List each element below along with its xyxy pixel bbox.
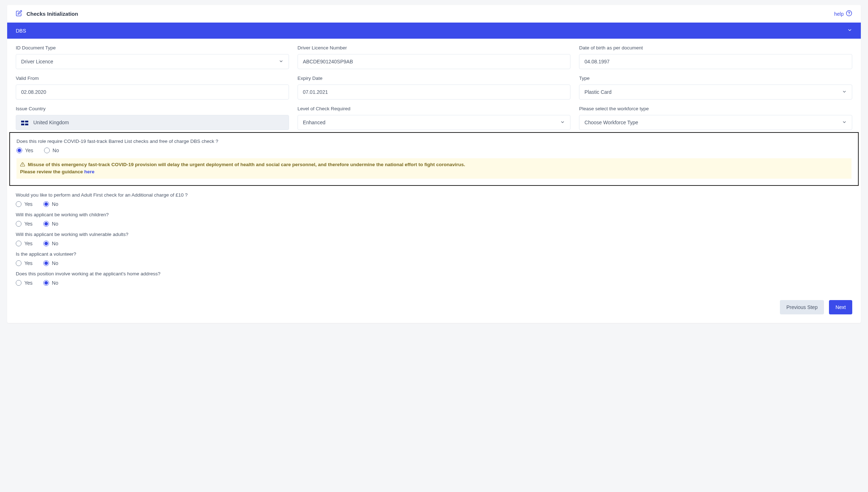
radio-label: No — [52, 221, 58, 227]
select-value: Plastic Card — [584, 89, 611, 95]
radio-checked-icon — [43, 201, 49, 207]
radio-volunteer-no[interactable]: No — [43, 260, 58, 266]
radio-adult-first-yes[interactable]: Yes — [16, 201, 33, 207]
radio-unchecked-icon — [44, 148, 50, 153]
question-volunteer-label: Is the applicant a volunteer? — [16, 251, 852, 257]
label-id-doc-type: ID Document Type — [16, 45, 289, 50]
input-value: 04.08.1997 — [584, 59, 609, 64]
input-expiry[interactable]: 07.01.2021 — [298, 85, 571, 100]
input-value: 07.01.2021 — [303, 89, 328, 95]
warning-icon — [20, 162, 28, 167]
radio-volunteer-yes[interactable]: Yes — [16, 260, 33, 266]
radio-unchecked-icon — [16, 201, 21, 207]
previous-step-button[interactable]: Previous Step — [780, 300, 824, 314]
radio-children-yes[interactable]: Yes — [16, 221, 33, 227]
next-button[interactable]: Next — [829, 300, 852, 314]
input-value: United Kingdom — [33, 120, 69, 125]
field-level-check: Level of Check Required Enhanced — [298, 106, 571, 130]
label-licence-number: Driver Licence Number — [298, 45, 571, 50]
radio-label: Yes — [24, 260, 33, 266]
field-type: Type Plastic Card — [579, 76, 852, 100]
covid-warning-banner: Misuse of this emergency fast-track COVI… — [16, 158, 852, 179]
select-value: Choose Workforce Type — [584, 120, 638, 125]
warning-text-2: Please review the guidance — [20, 169, 84, 174]
radio-unchecked-icon — [16, 260, 21, 266]
input-dob[interactable]: 04.08.1997 — [579, 54, 852, 69]
field-workforce: Please select the workforce type Choose … — [579, 106, 852, 130]
label-level-check: Level of Check Required — [298, 106, 571, 111]
select-level-check[interactable]: Enhanced — [298, 115, 571, 130]
radio-unchecked-icon — [16, 241, 21, 246]
card-header: Checks Initialization help — [7, 5, 861, 23]
help-label: help — [834, 11, 844, 17]
radio-home-address-no[interactable]: No — [43, 280, 58, 286]
input-valid-from[interactable]: 02.08.2020 — [16, 85, 289, 100]
accordion-dbs[interactable]: DBS — [7, 23, 861, 39]
field-valid-from: Valid From 02.08.2020 — [16, 76, 289, 100]
radio-label: No — [52, 280, 58, 286]
select-id-doc-type[interactable]: Driver Licence — [16, 54, 289, 69]
radio-label: Yes — [25, 148, 33, 153]
chevron-down-icon — [842, 120, 847, 126]
edit-icon — [16, 10, 22, 18]
radio-home-address-yes[interactable]: Yes — [16, 280, 33, 286]
select-value: Driver Licence — [21, 59, 53, 64]
radio-covid-yes[interactable]: Yes — [16, 148, 33, 153]
radio-label: Yes — [24, 221, 33, 227]
help-link[interactable]: help — [834, 10, 852, 18]
label-issue-country: Issue Country — [16, 106, 289, 111]
checks-card: Checks Initialization help DBS ID Docume… — [7, 5, 861, 323]
radio-adult-first-no[interactable]: No — [43, 201, 58, 207]
radio-checked-icon — [43, 221, 49, 227]
radio-label: No — [52, 241, 58, 246]
radio-checked-icon — [43, 260, 49, 266]
field-issue-country: Issue Country United Kingdom — [16, 106, 289, 130]
radio-checked-icon — [43, 280, 49, 286]
chevron-down-icon — [560, 120, 565, 126]
footer-actions: Previous Step Next — [16, 300, 852, 314]
input-value: 02.08.2020 — [21, 89, 46, 95]
chevron-down-icon — [847, 28, 852, 34]
radio-label: No — [53, 148, 59, 153]
form-body: ID Document Type Driver Licence Driver L… — [7, 39, 861, 323]
field-dob: Date of birth as per document 04.08.1997 — [579, 45, 852, 69]
radio-covid-no[interactable]: No — [44, 148, 59, 153]
radio-label: Yes — [24, 201, 33, 207]
label-valid-from: Valid From — [16, 76, 289, 81]
label-type: Type — [579, 76, 852, 81]
accordion-title: DBS — [16, 28, 26, 34]
radio-children-no[interactable]: No — [43, 221, 58, 227]
select-value: Enhanced — [303, 120, 326, 125]
warning-text-1: Misuse of this emergency fast-track COVI… — [28, 162, 465, 167]
chevron-down-icon — [842, 89, 847, 95]
radio-label: Yes — [24, 280, 33, 286]
field-id-doc-type: ID Document Type Driver Licence — [16, 45, 289, 69]
chevron-down-icon — [279, 59, 284, 65]
help-icon — [846, 10, 852, 18]
label-workforce: Please select the workforce type — [579, 106, 852, 111]
field-licence-number: Driver Licence Number ABCDE901240SP9AB — [298, 45, 571, 69]
radio-vuln-adults-yes[interactable]: Yes — [16, 241, 33, 246]
radio-label: No — [52, 201, 58, 207]
radio-checked-icon — [43, 241, 49, 246]
radio-checked-icon — [16, 148, 22, 153]
radio-unchecked-icon — [16, 280, 21, 286]
question-home-address-label: Does this position involve working at th… — [16, 271, 852, 276]
input-value: ABCDE901240SP9AB — [303, 59, 353, 64]
select-workforce[interactable]: Choose Workforce Type — [579, 115, 852, 130]
input-licence-number[interactable]: ABCDE901240SP9AB — [298, 54, 571, 69]
label-expiry: Expiry Date — [298, 76, 571, 81]
question-covid-label: Does this role require COVID-19 fast-tra… — [16, 139, 852, 144]
select-type[interactable]: Plastic Card — [579, 85, 852, 100]
radio-label: Yes — [24, 241, 33, 246]
radio-unchecked-icon — [16, 221, 21, 227]
page-title: Checks Initialization — [26, 11, 78, 17]
radio-vuln-adults-no[interactable]: No — [43, 241, 58, 246]
warning-guidance-link[interactable]: here — [84, 169, 95, 174]
field-expiry: Expiry Date 07.01.2021 — [298, 76, 571, 100]
question-vuln-adults-label: Will this applicant be working with vuln… — [16, 232, 852, 237]
label-dob: Date of birth as per document — [579, 45, 852, 50]
covid-highlight-box: Does this role require COVID-19 fast-tra… — [9, 132, 859, 186]
uk-flag-icon — [21, 121, 28, 125]
question-adult-first-label: Would you like to perform and Adult Firs… — [16, 192, 852, 198]
